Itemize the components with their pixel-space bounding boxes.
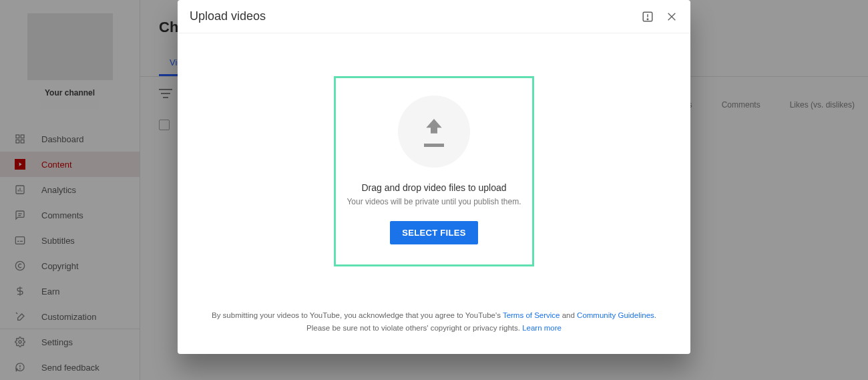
upload-icon [398, 96, 470, 168]
legal-text-2: Please be sure not to violate others' co… [306, 324, 522, 332]
close-icon[interactable] [665, 10, 678, 23]
modal-title: Upload videos [190, 9, 266, 23]
modal-body: Drag and drop video files to upload Your… [178, 33, 690, 309]
modal-header: Upload videos [178, 0, 690, 33]
upload-modal: Upload videos Drag and drop video files … [178, 0, 690, 354]
community-guidelines-link[interactable]: Community Guidelines [577, 311, 654, 319]
upload-dropzone[interactable]: Drag and drop video files to upload Your… [334, 76, 534, 266]
dropzone-text-primary: Drag and drop video files to upload [361, 182, 506, 193]
dropzone-text-secondary: Your videos will be private until you pu… [347, 197, 521, 206]
modal-footer-legal: By submitting your videos to YouTube, yo… [178, 309, 690, 354]
learn-more-link[interactable]: Learn more [522, 324, 562, 332]
select-files-button[interactable]: SELECT FILES [390, 221, 477, 244]
legal-text: By submitting your videos to YouTube, yo… [212, 311, 503, 319]
svg-point-24 [647, 19, 648, 20]
feedback-icon[interactable] [641, 10, 654, 23]
terms-of-service-link[interactable]: Terms of Service [503, 311, 560, 319]
